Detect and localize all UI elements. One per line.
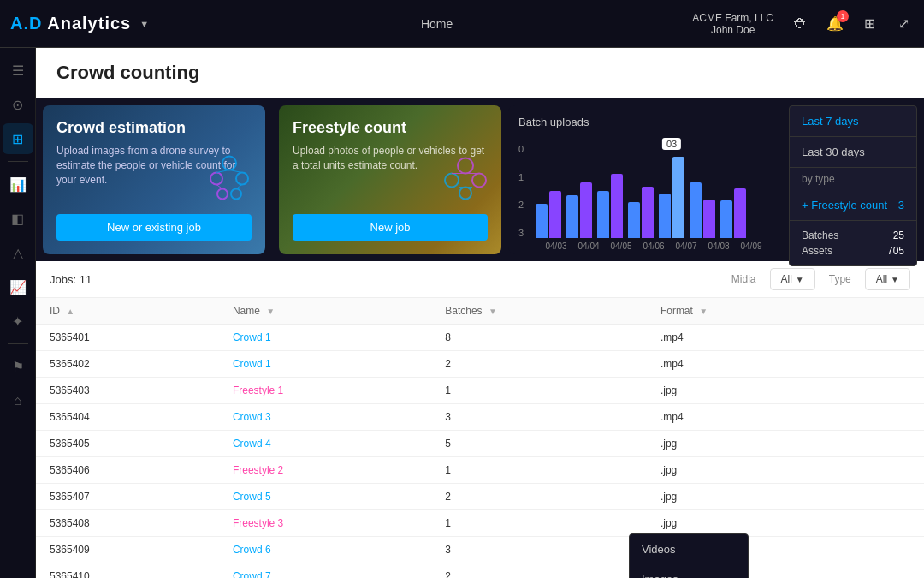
logo-dropdown-arrow[interactable]: ▼ [139,19,149,29]
sidebar-item-menu[interactable]: ☰ [3,55,33,86]
cell-format: .jpg [647,484,850,510]
bar-group-0404 [566,182,592,238]
page-header: Crowd counting [36,48,924,98]
midia-label: Midia [732,273,756,285]
table-row: 5365406 Freestyle 2 1 .jpg [36,457,924,484]
cell-name[interactable]: Freestyle 1 [219,378,431,404]
dropdown-item-7days[interactable]: Last 7 days [790,106,916,136]
cell-id: 5365409 [36,537,219,563]
cell-format: .jpg [647,378,850,404]
cell-id: 5365407 [36,484,219,510]
sidebar-divider-2 [8,343,28,344]
col-batches[interactable]: Batches ▼ [431,298,647,325]
cell-type [850,537,924,563]
sidebar-item-chart[interactable]: 📊 [3,169,33,200]
settings-icon[interactable]: ⊞ [859,14,880,34]
sidebar-item-star[interactable]: ✦ [3,306,33,337]
stat-assets: Assets 705 [802,243,904,259]
cell-id: 5365406 [36,457,219,484]
bar-blue [690,182,702,238]
svg-point-4 [231,189,241,200]
col-id[interactable]: ID ▲ [36,298,219,325]
notifications-icon[interactable]: 🔔 1 [825,14,845,34]
jobs-table: ID ▲ Name ▼ Batches ▼ Format ▼ 5365401 C… [36,298,924,578]
bar-blue [628,202,640,238]
crowd-card-button[interactable]: New or existing job [56,214,252,241]
svg-point-3 [217,189,228,200]
freestyle-card-button[interactable]: New job [293,214,488,241]
filter-dropdown-images[interactable]: Images [630,564,748,578]
svg-point-10 [445,174,459,188]
table-header-row: ID ▲ Name ▼ Batches ▼ Format ▼ [36,298,924,325]
bar-purple [549,191,561,238]
filter-dropdown: Videos Images Crowd Freestyle [629,533,749,578]
cell-name[interactable]: Crowd 5 [219,484,431,510]
dropdown-item-30days[interactable]: Last 30 days [790,137,916,167]
chevron-down-icon: ▼ [796,275,804,284]
cell-id: 5365403 [36,378,219,404]
cell-name[interactable]: Crowd 3 [219,404,431,431]
page-title: Crowd counting [56,62,903,84]
col-name[interactable]: Name ▼ [219,298,431,325]
fullscreen-icon[interactable]: ⤢ [893,14,914,34]
cell-format: .mp4 [647,351,850,378]
dropdown-item-freestyle-type[interactable]: + Freestyle count 3 [790,190,916,220]
main-layout: ☰ ⊙ ⊞ 📊 ◧ △ 📈 ✦ ⚑ ⌂ Crowd counting Crowd… [0,48,924,578]
notification-badge: 1 [837,10,849,22]
bar-group-0407: 03 [659,157,684,238]
cell-format: .mp4 [647,325,850,351]
chart-section: Batch uploads 3 2 1 0 [508,105,917,254]
time-dropdown: Last 7 days Last 30 days by type + Frees… [789,105,917,266]
filter-dropdown-videos[interactable]: Videos [630,534,748,564]
table-row: 5365407 Crowd 5 2 .jpg [36,484,924,510]
bar-purple [642,187,654,238]
helmet-icon[interactable]: ⛑ [791,14,811,34]
chevron-down-icon-2: ▼ [891,275,899,284]
dropdown-item-bytype[interactable]: by type [790,168,916,190]
cell-id: 5365410 [36,563,219,579]
svg-line-8 [236,185,242,189]
cell-name[interactable]: Crowd 1 [219,351,431,378]
cell-id: 5365402 [36,351,219,378]
midia-filter-button[interactable]: All ▼ [770,268,815,290]
cell-name[interactable]: Crowd 4 [219,431,431,457]
user-info: ACME Farm, LLC John Doe [692,12,773,36]
jobs-header: Jobs: 11 Midia All ▼ Type All ▼ [36,261,924,298]
cell-name[interactable]: Freestyle 3 [219,510,431,537]
jobs-table-body: 5365401 Crowd 1 8 .mp4 5365402 Crowd 1 2… [36,325,924,579]
type-filter-button[interactable]: All ▼ [865,268,910,290]
sidebar-item-growth[interactable]: 📈 [3,271,33,302]
top-navigation: A.D Analytics ▼ Home ACME Farm, LLC John… [0,0,924,48]
sidebar-item-triangle[interactable]: △ [3,237,33,268]
cell-batches: 8 [431,325,647,351]
table-row: 5365404 Crowd 3 3 .mp4 [36,404,924,431]
bar-blue [536,204,548,238]
sidebar-item-location[interactable]: ⚑ [3,351,33,382]
svg-point-1 [210,173,222,185]
sidebar-divider-1 [8,161,28,162]
cell-name[interactable]: Crowd 7 [219,563,431,579]
home-tab[interactable]: Home [198,17,675,31]
cell-type [850,404,924,431]
col-format[interactable]: Format ▼ [647,298,850,325]
cell-name[interactable]: Crowd 1 [219,325,431,351]
table-row: 5365405 Crowd 4 5 .jpg [36,431,924,457]
bar-purple [580,182,592,238]
cell-batches: 5 [431,431,647,457]
cell-type [850,510,924,537]
type-label: Type [829,273,851,285]
cell-name[interactable]: Crowd 6 [219,537,431,563]
top-section: Crowd estimation Upload images from a dr… [36,98,924,261]
cell-type [850,378,924,404]
table-row: 5365410 Crowd 7 2 .jpg [36,563,924,579]
dropdown-stats: Batches 25 Assets 705 [790,221,916,265]
bar-highlighted [672,157,684,238]
sidebar-item-grid[interactable]: ⊞ [3,123,33,154]
sidebar-item-layers[interactable]: ◧ [3,203,33,234]
svg-line-6 [229,170,242,173]
cell-name[interactable]: Freestyle 2 [219,457,431,484]
main-content: Crowd counting Crowd estimation Upload i… [36,48,924,578]
sidebar-item-building[interactable]: ⌂ [3,385,33,416]
col-type [850,298,924,325]
sidebar-item-home[interactable]: ⊙ [3,89,33,120]
